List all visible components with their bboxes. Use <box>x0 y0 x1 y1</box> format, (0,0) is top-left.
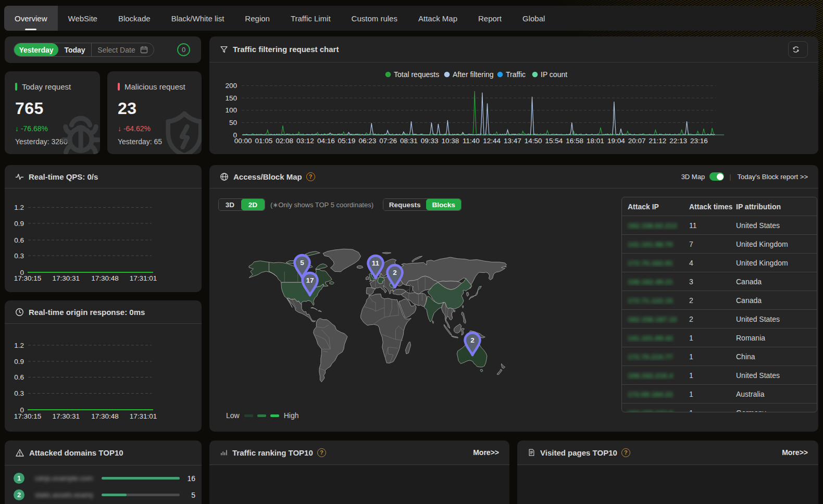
svg-text:17:30:48: 17:30:48 <box>91 412 119 420</box>
svg-text:23:16: 23:16 <box>690 137 708 145</box>
svg-text:22:13: 22:13 <box>669 137 687 145</box>
svg-text:13:47: 13:47 <box>504 137 521 145</box>
svg-text:1.2: 1.2 <box>14 342 24 349</box>
svg-text:200: 200 <box>225 82 237 90</box>
svg-text:17:30:31: 17:30:31 <box>52 274 80 282</box>
svg-text:17: 17 <box>306 276 314 284</box>
svg-text:17:30:15: 17:30:15 <box>14 412 42 420</box>
svg-text:11:40: 11:40 <box>463 137 480 145</box>
svg-text:17:31:01: 17:31:01 <box>130 274 157 282</box>
svg-text:02:08: 02:08 <box>276 137 293 145</box>
svg-text:04:16: 04:16 <box>317 137 335 145</box>
svg-text:50: 50 <box>229 119 237 127</box>
svg-text:0.9: 0.9 <box>14 220 24 228</box>
svg-text:14:50: 14:50 <box>525 137 542 145</box>
svg-text:17:30:31: 17:30:31 <box>52 412 80 420</box>
svg-text:2: 2 <box>393 269 397 276</box>
svg-text:0.3: 0.3 <box>14 389 24 397</box>
svg-text:03:12: 03:12 <box>296 137 314 145</box>
svg-text:IP count: IP count <box>541 70 567 79</box>
svg-text:09:33: 09:33 <box>421 137 439 145</box>
svg-text:06:23: 06:23 <box>358 137 376 145</box>
svg-text:0.3: 0.3 <box>14 252 24 260</box>
svg-text:100: 100 <box>225 106 237 114</box>
svg-text:0.6: 0.6 <box>14 236 24 244</box>
svg-text:12:44: 12:44 <box>483 137 501 145</box>
svg-text:Total requests: Total requests <box>394 70 439 79</box>
svg-text:17:30:48: 17:30:48 <box>91 274 119 282</box>
svg-text:5: 5 <box>300 259 304 267</box>
svg-text:19:04: 19:04 <box>607 137 625 145</box>
svg-text:15:54: 15:54 <box>545 137 563 145</box>
svg-text:17:31:01: 17:31:01 <box>130 412 157 420</box>
svg-text:01:05: 01:05 <box>255 137 273 145</box>
svg-text:Traffic: Traffic <box>506 70 526 79</box>
svg-text:20:07: 20:07 <box>628 137 646 145</box>
svg-text:21:12: 21:12 <box>649 137 667 145</box>
svg-text:05:19: 05:19 <box>338 137 356 145</box>
svg-text:18:01: 18:01 <box>587 137 604 145</box>
svg-text:2: 2 <box>470 336 475 344</box>
svg-text:150: 150 <box>225 94 237 102</box>
svg-text:11: 11 <box>372 259 380 267</box>
svg-text:10:38: 10:38 <box>442 137 459 145</box>
svg-text:0.6: 0.6 <box>14 373 24 381</box>
svg-text:17:30:15: 17:30:15 <box>14 274 42 282</box>
svg-text:1.2: 1.2 <box>14 204 24 211</box>
svg-text:00:00: 00:00 <box>234 137 252 145</box>
svg-text:08:31: 08:31 <box>400 137 418 145</box>
svg-text:07:26: 07:26 <box>379 137 397 145</box>
svg-text:After filtering: After filtering <box>453 70 494 79</box>
svg-text:16:58: 16:58 <box>566 137 583 145</box>
svg-text:0.9: 0.9 <box>14 358 24 366</box>
